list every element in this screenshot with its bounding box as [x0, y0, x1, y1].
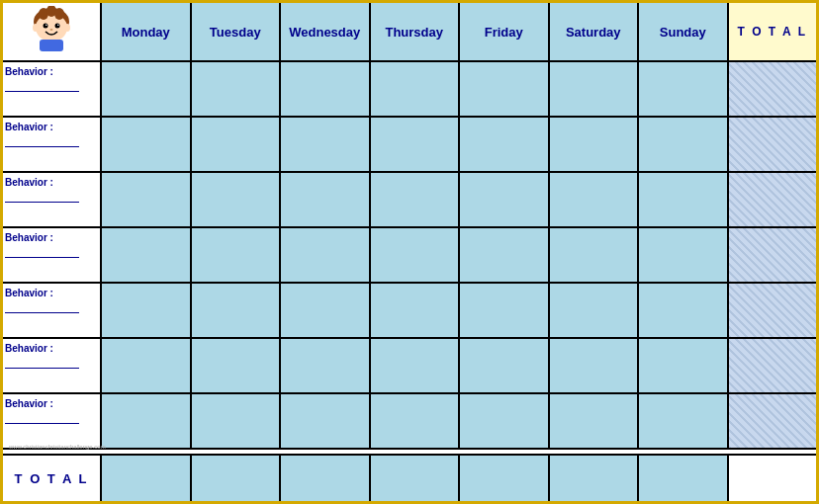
b6-saturday[interactable]: [550, 339, 640, 392]
b6-thursday[interactable]: [371, 339, 461, 392]
b3-tuesday[interactable]: [192, 173, 282, 226]
behavior-row-1: Behavior :: [3, 62, 816, 118]
b5-saturday[interactable]: [550, 284, 640, 337]
b1-sunday[interactable]: [639, 62, 729, 116]
behavior-label-1: Behavior :: [3, 62, 102, 116]
behavior-label-3: Behavior :: [3, 173, 102, 226]
footer-total-label-cell: T O T A L: [3, 456, 102, 501]
b5-sunday[interactable]: [639, 284, 729, 337]
behavior-row-4: Behavior :: [3, 228, 816, 284]
b6-monday[interactable]: [102, 339, 192, 392]
b6-friday[interactable]: [460, 339, 550, 392]
logo-cell: [3, 3, 102, 60]
b6-wednesday[interactable]: [281, 339, 371, 392]
behavior-4-day-cells: [102, 228, 816, 282]
watermark-text: www.christianchristianchallenge.com: [9, 444, 106, 450]
b3-monday[interactable]: [102, 173, 192, 226]
b2-wednesday[interactable]: [281, 118, 371, 171]
b4-monday[interactable]: [102, 228, 192, 282]
svg-point-8: [64, 24, 70, 32]
b1-friday[interactable]: [460, 62, 550, 116]
header-total: T O T A L: [729, 3, 817, 60]
b3-total[interactable]: [729, 173, 817, 226]
behavior-row-3: Behavior :: [3, 173, 816, 228]
total-tuesday[interactable]: [192, 456, 282, 501]
b4-total[interactable]: [729, 228, 817, 282]
b3-wednesday[interactable]: [281, 173, 371, 226]
b7-sunday[interactable]: [639, 394, 729, 448]
b1-monday[interactable]: [102, 62, 192, 116]
b6-total[interactable]: [729, 339, 817, 392]
b5-wednesday[interactable]: [281, 284, 371, 337]
svg-point-12: [54, 8, 64, 20]
behavior-rows-container: Behavior : Behavior :: [3, 62, 816, 454]
b7-friday[interactable]: [460, 394, 550, 448]
b4-saturday[interactable]: [550, 228, 640, 282]
header-sunday: Sunday: [639, 3, 729, 60]
b3-friday[interactable]: [460, 173, 550, 226]
logo-icon: [16, 6, 87, 57]
b1-tuesday[interactable]: [192, 62, 282, 116]
b4-thursday[interactable]: [371, 228, 461, 282]
b2-monday[interactable]: [102, 118, 192, 171]
b7-wednesday[interactable]: [281, 394, 371, 448]
behavior-3-day-cells: [102, 173, 816, 226]
b5-tuesday[interactable]: [192, 284, 282, 337]
svg-point-3: [55, 24, 60, 29]
b4-wednesday[interactable]: [281, 228, 371, 282]
total-sunday[interactable]: [639, 456, 729, 501]
behavior-label-7: Behavior : www.christianchristianchallen…: [3, 394, 102, 448]
header-tuesday: Tuesday: [192, 3, 282, 60]
b1-saturday[interactable]: [550, 62, 640, 116]
b2-total[interactable]: [729, 118, 817, 171]
svg-rect-9: [40, 40, 63, 51]
b6-tuesday[interactable]: [192, 339, 282, 392]
total-monday[interactable]: [102, 456, 192, 501]
b5-monday[interactable]: [102, 284, 192, 337]
b7-total[interactable]: [729, 394, 817, 448]
behavior-1-day-cells: [102, 62, 816, 116]
header-saturday: Saturday: [550, 3, 640, 60]
behavior-5-day-cells: [102, 284, 816, 337]
total-thursday[interactable]: [371, 456, 461, 501]
total-saturday[interactable]: [550, 456, 640, 501]
b2-thursday[interactable]: [371, 118, 461, 171]
svg-point-6: [50, 29, 53, 31]
b7-saturday[interactable]: [550, 394, 640, 448]
b6-sunday[interactable]: [639, 339, 729, 392]
b1-total[interactable]: [729, 62, 817, 116]
b4-friday[interactable]: [460, 228, 550, 282]
b4-tuesday[interactable]: [192, 228, 282, 282]
svg-point-7: [33, 24, 39, 32]
b2-sunday[interactable]: [639, 118, 729, 171]
behavior-row-2: Behavior :: [3, 118, 816, 173]
b7-tuesday[interactable]: [192, 394, 282, 448]
header-friday: Friday: [460, 3, 550, 60]
b7-monday[interactable]: [102, 394, 192, 448]
total-grand[interactable]: [729, 456, 817, 501]
behavior-6-day-cells: [102, 339, 816, 392]
b7-thursday[interactable]: [371, 394, 461, 448]
behavior-chart: Monday Tuesday Wednesday Thursday Friday…: [0, 0, 819, 504]
b3-sunday[interactable]: [639, 173, 729, 226]
svg-point-4: [46, 24, 47, 26]
behavior-label-2: Behavior :: [3, 118, 102, 171]
b2-tuesday[interactable]: [192, 118, 282, 171]
b2-friday[interactable]: [460, 118, 550, 171]
b1-wednesday[interactable]: [281, 62, 371, 116]
b4-sunday[interactable]: [639, 228, 729, 282]
svg-point-2: [44, 24, 48, 29]
b3-saturday[interactable]: [550, 173, 640, 226]
b5-thursday[interactable]: [371, 284, 461, 337]
b2-saturday[interactable]: [550, 118, 640, 171]
total-wednesday[interactable]: [281, 456, 371, 501]
b1-thursday[interactable]: [371, 62, 461, 116]
behavior-7-day-cells: [102, 394, 816, 448]
b5-total[interactable]: [729, 284, 817, 337]
b5-friday[interactable]: [460, 284, 550, 337]
total-friday[interactable]: [460, 456, 550, 501]
behavior-label-6: Behavior :: [3, 339, 102, 392]
total-row: T O T A L: [3, 454, 816, 501]
behavior-row-7: Behavior : www.christianchristianchallen…: [3, 394, 816, 450]
b3-thursday[interactable]: [371, 173, 461, 226]
